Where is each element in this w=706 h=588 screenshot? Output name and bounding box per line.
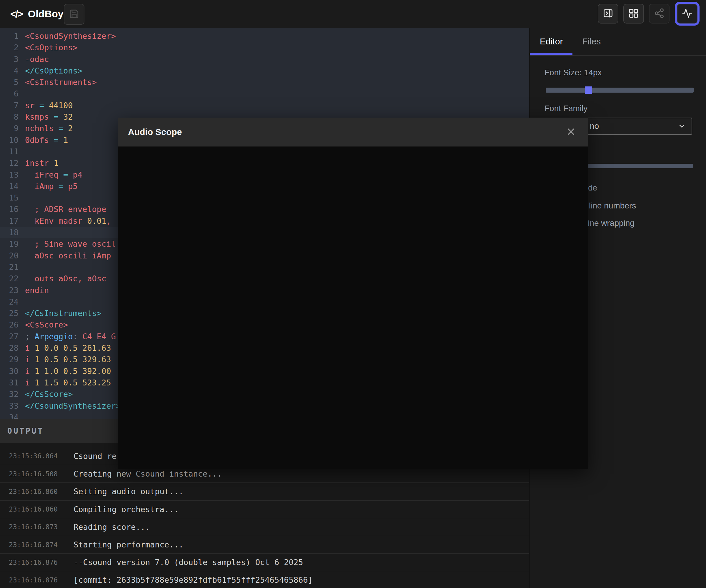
code-text — [25, 261, 30, 273]
toggle-label-line-numbers[interactable]: line numbers — [589, 201, 636, 210]
code-line[interactable]: 7sr = 44100 — [0, 100, 529, 111]
code-text: ; Sine wave oscil — [25, 238, 116, 250]
line-number: 32 — [0, 388, 18, 400]
line-number: 19 — [0, 238, 18, 250]
log-row: 23:16:16.876[commit: 2633b5f788e59e892fd… — [0, 571, 529, 588]
code-text: kEnv madsr 0.01, — [25, 215, 111, 227]
code-text: 0dbfs = 1 — [25, 134, 68, 146]
code-text: </CsOptions> — [25, 65, 82, 77]
log-timestamp: 23:16:16.873 — [9, 523, 60, 531]
line-number: 14 — [0, 180, 18, 192]
line-number: 21 — [0, 261, 18, 273]
code-text: endin — [25, 285, 49, 296]
line-number: 29 — [0, 354, 18, 365]
code-text: </CsoundSynthesizer> — [25, 400, 121, 412]
audio-scope-modal: Audio Scope — [118, 118, 588, 469]
line-number: 8 — [0, 111, 18, 123]
code-text: </CsInstruments> — [25, 307, 102, 319]
code-text: outs aOsc, aOsc — [25, 273, 106, 284]
log-row: 23:16:16.860Compiling orchestra... — [0, 500, 529, 518]
code-text — [25, 227, 30, 238]
line-number: 18 — [0, 227, 18, 238]
code-text: ; Arpeggio: C4 E4 G — [25, 331, 116, 342]
toggle-label-fragment-1[interactable]: de — [588, 183, 597, 193]
audio-scope-modal-header: Audio Scope — [118, 118, 588, 147]
save-icon — [69, 9, 79, 20]
font-size-label: Font Size: 14px — [545, 68, 602, 77]
code-text: </CsScore> — [25, 388, 73, 400]
code-line[interactable]: 3-odac — [0, 53, 529, 65]
font-family-label: Font Family — [545, 104, 587, 113]
log-row: 23:16:16.873Reading score... — [0, 518, 529, 536]
output-header-label: OUTPUT — [7, 427, 44, 435]
line-number: 20 — [0, 250, 18, 261]
audio-scope-button[interactable] — [677, 4, 698, 24]
log-timestamp: 23:16:16.860 — [9, 505, 60, 513]
code-text: i 1 1.0 0.5 392.00 — [25, 366, 111, 377]
toggle-panel-button[interactable] — [598, 4, 618, 24]
code-line[interactable]: 6 — [0, 88, 529, 99]
code-text: ksmps = 32 — [25, 111, 73, 123]
code-text: sr = 44100 — [25, 100, 73, 111]
line-number: 22 — [0, 273, 18, 284]
code-text: iFreq = p4 — [25, 169, 82, 180]
sidebar-tabs: Editor Files — [530, 28, 706, 56]
code-line[interactable]: 1<CsoundSynthesizer> — [0, 30, 529, 42]
layout-grid-button[interactable] — [623, 4, 644, 24]
line-number: 6 — [0, 88, 18, 99]
line-number: 16 — [0, 204, 18, 215]
log-row: 23:16:16.874Starting performance... — [0, 536, 529, 553]
log-row: 23:16:16.876--Csound version 7.0 (double… — [0, 553, 529, 571]
line-number: 11 — [0, 146, 18, 157]
tab-editor[interactable]: Editor — [540, 28, 563, 55]
log-message: Compiling orchestra... — [74, 505, 179, 514]
font-size-slider-thumb[interactable] — [585, 86, 592, 94]
audio-scope-canvas — [118, 147, 588, 469]
panel-right-icon — [603, 8, 613, 20]
share-icon — [654, 8, 665, 20]
app-title: OldBoy — [28, 8, 64, 20]
log-timestamp: 23:16:16.876 — [9, 576, 60, 584]
line-number: 25 — [0, 307, 18, 319]
log-message: Csound re — [74, 452, 116, 461]
code-brackets-icon: </> — [10, 8, 23, 20]
close-icon — [566, 127, 576, 138]
line-number: 2 — [0, 42, 18, 53]
font-family-value: no — [590, 118, 599, 134]
code-text: i 1 0.5 0.5 329.63 — [25, 354, 111, 365]
save-button[interactable] — [64, 4, 84, 25]
line-number: 1 — [0, 30, 18, 42]
line-number: 28 — [0, 342, 18, 354]
line-number: 17 — [0, 215, 18, 227]
code-text: iAmp = p5 — [25, 180, 78, 192]
active-tab-indicator — [530, 53, 573, 55]
code-text: aOsc oscili iAmp — [25, 250, 111, 261]
log-message: Setting audio output... — [74, 487, 184, 496]
tab-files[interactable]: Files — [582, 28, 601, 55]
brand: </> OldBoy — [10, 0, 64, 28]
code-text: -odac — [25, 53, 49, 65]
code-text: ; ADSR envelope — [25, 204, 106, 215]
line-number: 23 — [0, 285, 18, 296]
chevron-down-icon — [677, 122, 686, 132]
top-bar: </> OldBoy — [0, 0, 706, 28]
line-number: 27 — [0, 331, 18, 342]
log-message: Creating new Csound instance... — [74, 469, 222, 478]
code-line[interactable]: 2<CsOptions> — [0, 42, 529, 53]
line-number: 3 — [0, 53, 18, 65]
code-text — [25, 296, 30, 307]
line-number: 34 — [0, 412, 18, 419]
font-size-slider[interactable] — [546, 88, 694, 93]
code-text — [25, 192, 30, 204]
line-number: 26 — [0, 319, 18, 331]
share-button[interactable] — [649, 4, 670, 24]
code-line[interactable]: 4</CsOptions> — [0, 65, 529, 77]
code-line[interactable]: 5<CsInstruments> — [0, 77, 529, 88]
line-number: 4 — [0, 65, 18, 77]
modal-close-button[interactable] — [566, 127, 576, 138]
line-number: 9 — [0, 123, 18, 134]
code-text — [25, 146, 30, 157]
line-number: 31 — [0, 377, 18, 388]
line-number: 7 — [0, 100, 18, 111]
toggle-label-line-wrapping[interactable]: line wrapping — [586, 218, 634, 228]
